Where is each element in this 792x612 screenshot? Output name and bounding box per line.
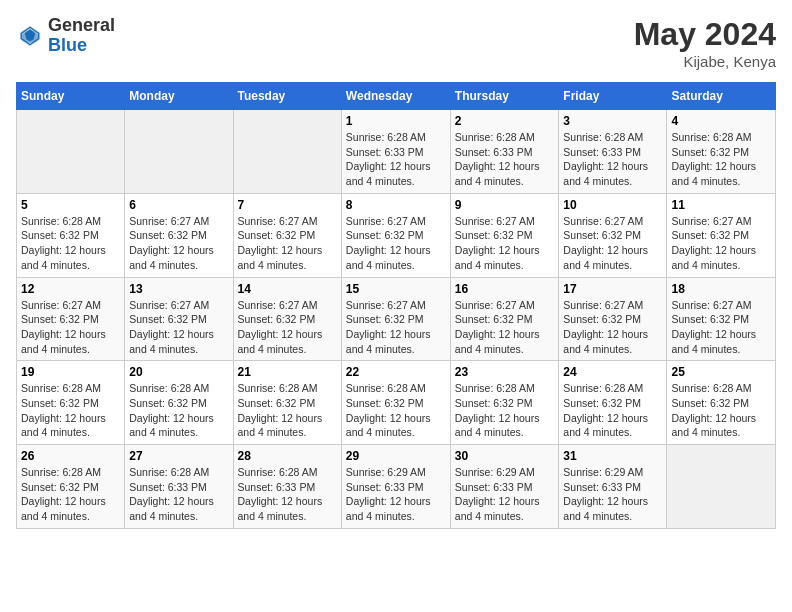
day-number: 3 xyxy=(563,114,662,128)
logo-text: General Blue xyxy=(48,16,115,56)
day-of-week-friday: Friday xyxy=(559,83,667,110)
calendar-cell: 11Sunrise: 6:27 AMSunset: 6:32 PMDayligh… xyxy=(667,193,776,277)
day-number: 27 xyxy=(129,449,228,463)
calendar-cell: 14Sunrise: 6:27 AMSunset: 6:32 PMDayligh… xyxy=(233,277,341,361)
calendar-cell: 7Sunrise: 6:27 AMSunset: 6:32 PMDaylight… xyxy=(233,193,341,277)
calendar-cell: 15Sunrise: 6:27 AMSunset: 6:32 PMDayligh… xyxy=(341,277,450,361)
calendar-cell: 28Sunrise: 6:28 AMSunset: 6:33 PMDayligh… xyxy=(233,445,341,529)
calendar-cell: 26Sunrise: 6:28 AMSunset: 6:32 PMDayligh… xyxy=(17,445,125,529)
day-info: Sunrise: 6:28 AMSunset: 6:32 PMDaylight:… xyxy=(238,381,337,440)
day-number: 29 xyxy=(346,449,446,463)
day-info: Sunrise: 6:27 AMSunset: 6:32 PMDaylight:… xyxy=(346,298,446,357)
day-number: 15 xyxy=(346,282,446,296)
day-number: 16 xyxy=(455,282,555,296)
day-number: 13 xyxy=(129,282,228,296)
calendar-cell: 30Sunrise: 6:29 AMSunset: 6:33 PMDayligh… xyxy=(450,445,559,529)
day-number: 12 xyxy=(21,282,120,296)
calendar-cell: 3Sunrise: 6:28 AMSunset: 6:33 PMDaylight… xyxy=(559,110,667,194)
day-info: Sunrise: 6:28 AMSunset: 6:33 PMDaylight:… xyxy=(563,130,662,189)
day-info: Sunrise: 6:27 AMSunset: 6:32 PMDaylight:… xyxy=(671,298,771,357)
day-number: 14 xyxy=(238,282,337,296)
calendar-cell: 18Sunrise: 6:27 AMSunset: 6:32 PMDayligh… xyxy=(667,277,776,361)
day-number: 19 xyxy=(21,365,120,379)
day-info: Sunrise: 6:27 AMSunset: 6:32 PMDaylight:… xyxy=(346,214,446,273)
calendar-cell: 4Sunrise: 6:28 AMSunset: 6:32 PMDaylight… xyxy=(667,110,776,194)
day-info: Sunrise: 6:29 AMSunset: 6:33 PMDaylight:… xyxy=(346,465,446,524)
day-info: Sunrise: 6:28 AMSunset: 6:33 PMDaylight:… xyxy=(455,130,555,189)
day-number: 18 xyxy=(671,282,771,296)
day-of-week-tuesday: Tuesday xyxy=(233,83,341,110)
day-info: Sunrise: 6:28 AMSunset: 6:33 PMDaylight:… xyxy=(129,465,228,524)
calendar-cell: 29Sunrise: 6:29 AMSunset: 6:33 PMDayligh… xyxy=(341,445,450,529)
day-number: 4 xyxy=(671,114,771,128)
day-info: Sunrise: 6:28 AMSunset: 6:32 PMDaylight:… xyxy=(563,381,662,440)
day-info: Sunrise: 6:29 AMSunset: 6:33 PMDaylight:… xyxy=(563,465,662,524)
calendar-week-4: 19Sunrise: 6:28 AMSunset: 6:32 PMDayligh… xyxy=(17,361,776,445)
day-number: 9 xyxy=(455,198,555,212)
calendar-cell: 12Sunrise: 6:27 AMSunset: 6:32 PMDayligh… xyxy=(17,277,125,361)
calendar-cell: 2Sunrise: 6:28 AMSunset: 6:33 PMDaylight… xyxy=(450,110,559,194)
calendar-cell: 25Sunrise: 6:28 AMSunset: 6:32 PMDayligh… xyxy=(667,361,776,445)
calendar-table: SundayMondayTuesdayWednesdayThursdayFrid… xyxy=(16,82,776,529)
calendar-cell: 6Sunrise: 6:27 AMSunset: 6:32 PMDaylight… xyxy=(125,193,233,277)
month-year: May 2024 xyxy=(634,16,776,53)
day-number: 28 xyxy=(238,449,337,463)
day-number: 24 xyxy=(563,365,662,379)
day-of-week-thursday: Thursday xyxy=(450,83,559,110)
logo: General Blue xyxy=(16,16,115,56)
day-number: 17 xyxy=(563,282,662,296)
day-number: 22 xyxy=(346,365,446,379)
day-number: 2 xyxy=(455,114,555,128)
day-info: Sunrise: 6:27 AMSunset: 6:32 PMDaylight:… xyxy=(455,298,555,357)
calendar-cell xyxy=(17,110,125,194)
day-info: Sunrise: 6:27 AMSunset: 6:32 PMDaylight:… xyxy=(129,298,228,357)
calendar-cell: 19Sunrise: 6:28 AMSunset: 6:32 PMDayligh… xyxy=(17,361,125,445)
day-number: 30 xyxy=(455,449,555,463)
calendar-week-1: 1Sunrise: 6:28 AMSunset: 6:33 PMDaylight… xyxy=(17,110,776,194)
calendar-header: SundayMondayTuesdayWednesdayThursdayFrid… xyxy=(17,83,776,110)
calendar-cell: 22Sunrise: 6:28 AMSunset: 6:32 PMDayligh… xyxy=(341,361,450,445)
calendar-cell: 5Sunrise: 6:28 AMSunset: 6:32 PMDaylight… xyxy=(17,193,125,277)
day-info: Sunrise: 6:28 AMSunset: 6:32 PMDaylight:… xyxy=(671,130,771,189)
day-info: Sunrise: 6:27 AMSunset: 6:32 PMDaylight:… xyxy=(563,214,662,273)
calendar-cell: 1Sunrise: 6:28 AMSunset: 6:33 PMDaylight… xyxy=(341,110,450,194)
day-info: Sunrise: 6:28 AMSunset: 6:32 PMDaylight:… xyxy=(455,381,555,440)
calendar-body: 1Sunrise: 6:28 AMSunset: 6:33 PMDaylight… xyxy=(17,110,776,529)
location: Kijabe, Kenya xyxy=(634,53,776,70)
calendar-cell: 13Sunrise: 6:27 AMSunset: 6:32 PMDayligh… xyxy=(125,277,233,361)
day-of-week-sunday: Sunday xyxy=(17,83,125,110)
day-info: Sunrise: 6:27 AMSunset: 6:32 PMDaylight:… xyxy=(238,298,337,357)
day-info: Sunrise: 6:27 AMSunset: 6:32 PMDaylight:… xyxy=(129,214,228,273)
day-number: 20 xyxy=(129,365,228,379)
logo-blue: Blue xyxy=(48,36,115,56)
day-info: Sunrise: 6:28 AMSunset: 6:32 PMDaylight:… xyxy=(21,381,120,440)
day-number: 23 xyxy=(455,365,555,379)
calendar-cell: 23Sunrise: 6:28 AMSunset: 6:32 PMDayligh… xyxy=(450,361,559,445)
calendar-cell xyxy=(125,110,233,194)
day-number: 7 xyxy=(238,198,337,212)
day-number: 21 xyxy=(238,365,337,379)
day-of-week-monday: Monday xyxy=(125,83,233,110)
calendar-cell: 21Sunrise: 6:28 AMSunset: 6:32 PMDayligh… xyxy=(233,361,341,445)
calendar-cell: 9Sunrise: 6:27 AMSunset: 6:32 PMDaylight… xyxy=(450,193,559,277)
day-number: 26 xyxy=(21,449,120,463)
day-headers-row: SundayMondayTuesdayWednesdayThursdayFrid… xyxy=(17,83,776,110)
day-number: 1 xyxy=(346,114,446,128)
page-header: General Blue May 2024 Kijabe, Kenya xyxy=(16,16,776,70)
day-number: 31 xyxy=(563,449,662,463)
logo-general: General xyxy=(48,16,115,36)
calendar-cell: 20Sunrise: 6:28 AMSunset: 6:32 PMDayligh… xyxy=(125,361,233,445)
day-number: 10 xyxy=(563,198,662,212)
day-info: Sunrise: 6:28 AMSunset: 6:32 PMDaylight:… xyxy=(671,381,771,440)
day-info: Sunrise: 6:27 AMSunset: 6:32 PMDaylight:… xyxy=(21,298,120,357)
day-info: Sunrise: 6:28 AMSunset: 6:33 PMDaylight:… xyxy=(346,130,446,189)
day-info: Sunrise: 6:27 AMSunset: 6:32 PMDaylight:… xyxy=(563,298,662,357)
day-number: 8 xyxy=(346,198,446,212)
day-info: Sunrise: 6:28 AMSunset: 6:32 PMDaylight:… xyxy=(21,465,120,524)
calendar-cell xyxy=(233,110,341,194)
calendar-week-5: 26Sunrise: 6:28 AMSunset: 6:32 PMDayligh… xyxy=(17,445,776,529)
day-info: Sunrise: 6:27 AMSunset: 6:32 PMDaylight:… xyxy=(455,214,555,273)
day-info: Sunrise: 6:28 AMSunset: 6:32 PMDaylight:… xyxy=(129,381,228,440)
calendar-week-3: 12Sunrise: 6:27 AMSunset: 6:32 PMDayligh… xyxy=(17,277,776,361)
title-area: May 2024 Kijabe, Kenya xyxy=(634,16,776,70)
